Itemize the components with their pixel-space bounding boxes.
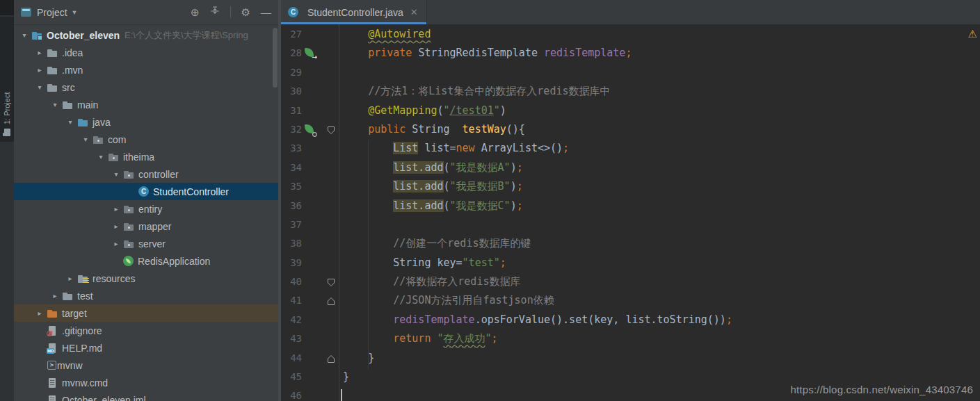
tree-item-java[interactable]: ▾java [14, 113, 278, 131]
project-folder-icon [31, 30, 42, 41]
code-line-34[interactable]: 34 list.add("我是数据A"); [281, 158, 980, 177]
collapse-all-icon[interactable] [210, 6, 220, 18]
tool-window-icon [21, 8, 31, 17]
code-line-43[interactable]: 43 return "存入成功"; [281, 329, 980, 348]
tree-item--idea[interactable]: ▸.idea [14, 44, 278, 61]
editor-tab-bar: C StudentController.java ✕ [281, 0, 980, 24]
chevron-collapsed-icon[interactable]: ▸ [33, 49, 47, 56]
tree-item-controller[interactable]: ▾controller [14, 165, 278, 183]
chevron-down-icon[interactable]: ▼ [72, 9, 78, 16]
line-number: 29 [281, 63, 302, 82]
chevron-expanded-icon[interactable]: ▾ [63, 118, 77, 126]
close-icon[interactable]: ✕ [410, 7, 418, 17]
tree-item-label: October_eleven [47, 30, 120, 41]
line-number: 33 [281, 139, 302, 158]
code-line-28[interactable]: 28→ private StringRedisTemplate redisTem… [281, 44, 980, 63]
tree-item-resources[interactable]: ▸resources [14, 270, 278, 287]
package-icon [93, 134, 104, 145]
panel-scrollbar[interactable] [273, 28, 278, 88]
code-line-31[interactable]: 31 @GetMapping("/test01") [281, 101, 980, 120]
code-line-32[interactable]: 32 public String testWay(){ [281, 120, 980, 139]
code-line-39[interactable]: 39 String key="test"; [281, 254, 980, 272]
fold-region-open-icon[interactable] [327, 125, 335, 134]
class-icon: C [288, 7, 298, 17]
code-line-41[interactable]: 41 //JSON方法引用自fastjson依赖 [281, 291, 980, 310]
fold-region-close-icon[interactable] [327, 354, 335, 363]
code-line-35[interactable]: 35 list.add("我是数据B"); [281, 177, 980, 196]
code-editor[interactable]: 27 @Autowired28→ private StringRedisTemp… [281, 25, 980, 401]
class-icon: C [138, 186, 149, 197]
tool-window-button-project[interactable]: 1: Project [0, 17, 14, 142]
tree-item-help-md[interactable]: MDHELP.md [14, 339, 278, 357]
code-text: } [343, 368, 349, 386]
tree-item--gitignore[interactable]: .gitignore [14, 322, 278, 339]
tree-item-test[interactable]: ▸test [14, 287, 278, 304]
tree-item-label: main [77, 99, 98, 111]
chevron-collapsed-icon[interactable]: ▸ [109, 240, 123, 247]
code-line-30[interactable]: 30 //方法1：将List集合中的数据存入redis数据库中 [281, 82, 980, 101]
code-text: private StringRedisTemplate redisTemplat… [343, 44, 632, 63]
code-line-42[interactable]: 42 redisTemplate.opsForValue().set(key, … [281, 311, 980, 329]
tree-item-main[interactable]: ▾main [14, 96, 278, 113]
settings-gear-icon[interactable]: ⚙ [241, 7, 250, 18]
tree-item-com[interactable]: ▾com [14, 131, 278, 148]
chevron-collapsed-icon[interactable]: ▸ [33, 309, 47, 317]
line-number: 31 [281, 101, 302, 120]
window-corner [0, 0, 14, 15]
tree-item-target[interactable]: ▸target [14, 304, 278, 322]
code-line-29[interactable]: 29 [281, 63, 980, 82]
spring-mapping-gutter-icon[interactable] [305, 124, 315, 135]
chevron-collapsed-icon[interactable]: ▸ [33, 66, 47, 74]
chevron-expanded-icon[interactable]: ▾ [109, 170, 123, 178]
tab-studentcontroller[interactable]: C StudentController.java ✕ [281, 0, 427, 24]
code-line-27[interactable]: 27 @Autowired [281, 25, 980, 44]
tree-item-itheima[interactable]: ▾itheima [14, 148, 278, 165]
code-line-44[interactable]: 44 } [281, 349, 980, 368]
chevron-expanded-icon[interactable]: ▾ [48, 101, 62, 108]
code-line-37[interactable]: 37 [281, 215, 980, 234]
code-text: //创建一个redis数据库的键 [343, 234, 531, 253]
tree-item-studentcontroller[interactable]: CStudentController [14, 183, 278, 200]
tree-item-mvnw-cmd[interactable]: mvnw.cmd [14, 374, 278, 391]
source-folder-icon [77, 117, 88, 128]
folder-icon [62, 290, 73, 302]
chevron-expanded-icon[interactable]: ▾ [94, 153, 108, 161]
spring-bean-gutter-icon[interactable]: → [305, 48, 315, 58]
tree-item-label: com [108, 134, 126, 145]
chevron-collapsed-icon[interactable]: ▸ [48, 292, 62, 300]
tree-item-october-eleven[interactable]: ▾October_elevenE:\个人文件夹\大学课程\Spring [14, 26, 278, 44]
locate-icon[interactable]: ⊕ [191, 7, 200, 18]
chevron-collapsed-icon[interactable]: ▸ [63, 275, 77, 282]
chevron-collapsed-icon[interactable]: ▸ [109, 205, 123, 213]
code-line-38[interactable]: 38 //创建一个redis数据库的键 [281, 234, 980, 253]
line-number: 44 [281, 349, 302, 368]
tree-item-mapper[interactable]: ▸mapper [14, 218, 278, 235]
tree-item-entiry[interactable]: ▸entiry [14, 200, 278, 218]
fold-region-open-icon[interactable] [327, 277, 335, 286]
tree-item-october-eleven-iml[interactable]: October_eleven.iml [14, 391, 278, 401]
code-text: } [343, 349, 374, 368]
warning-triangle-icon[interactable]: ⚠ [968, 28, 977, 40]
tree-item-src[interactable]: ▾src [14, 79, 278, 96]
code-text: list.add("我是数据A"); [343, 158, 523, 177]
code-line-40[interactable]: 40 //将数据存入redis数据库 [281, 272, 980, 291]
tree-item-label: itheima [123, 152, 154, 163]
chevron-expanded-icon[interactable]: ▾ [17, 31, 31, 39]
code-line-36[interactable]: 36 list.add("我是数据C"); [281, 197, 980, 215]
tree-item-label: StudentController [153, 186, 229, 197]
chevron-collapsed-icon[interactable]: ▸ [109, 222, 123, 230]
tree-item-redisapplication[interactable]: RedisApplication [14, 252, 278, 270]
fold-region-close-icon[interactable] [327, 296, 335, 305]
tree-item-server[interactable]: ▸server [14, 235, 278, 252]
tree-item-label: test [77, 290, 93, 302]
folder-icon [47, 82, 58, 93]
code-text: redisTemplate.opsForValue().set(key, lis… [343, 311, 732, 329]
hide-panel-icon[interactable]: — [261, 7, 271, 18]
tree-item-mvnw[interactable]: >mvnw [14, 357, 278, 374]
chevron-expanded-icon[interactable]: ▾ [79, 136, 93, 143]
chevron-expanded-icon[interactable]: ▾ [33, 83, 47, 91]
tree-item--mvn[interactable]: ▸.mvn [14, 61, 278, 79]
code-line-33[interactable]: 33 List list=new ArrayList<>(); [281, 139, 980, 158]
markdown-file-icon: MD [47, 343, 58, 354]
code-text: list.add("我是数据C"); [343, 197, 523, 215]
